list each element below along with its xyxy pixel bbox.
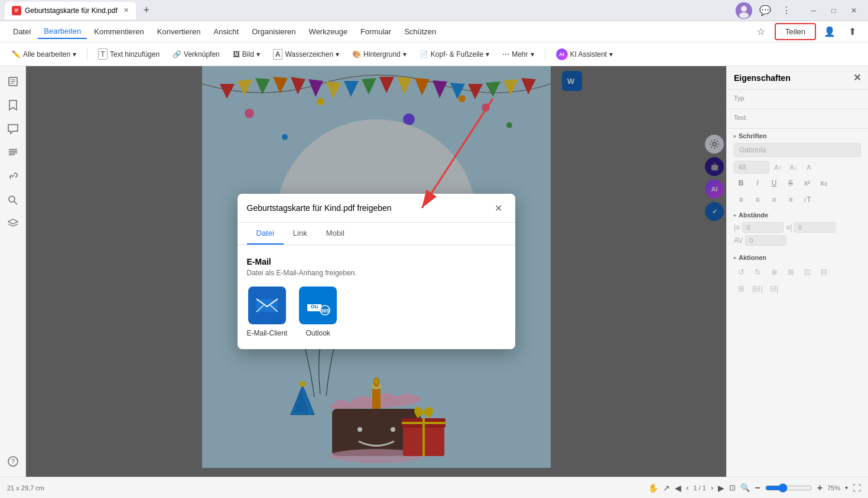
sidebar-comment-icon[interactable]: [2, 118, 24, 139]
menu-item-werkzeuge[interactable]: Werkzeuge: [303, 25, 354, 38]
menu-item-konvertieren[interactable]: Konvertieren: [151, 25, 207, 38]
sidebar-search-icon[interactable]: [2, 189, 24, 210]
modal-tab-link[interactable]: Link: [284, 223, 317, 245]
upload-icon[interactable]: ⬆: [843, 23, 861, 41]
status-bar-right: ✋ ↗ ◀ ‹ 1 / 1 › ▶ ⊡ 🔍 − + 75% ▾ ⛶: [648, 483, 861, 493]
close-button[interactable]: ✕: [844, 2, 863, 19]
zoom-out-button[interactable]: −: [755, 483, 760, 493]
spacing-input-2[interactable]: [794, 222, 836, 233]
sidebar-layers-icon[interactable]: [2, 213, 24, 234]
fit-page-icon[interactable]: ⊡: [729, 483, 736, 492]
font-size-increase-icon[interactable]: A↑: [772, 161, 785, 174]
menu-item-kommentieren[interactable]: Kommentieren: [88, 25, 150, 38]
spacing-icon-1: |≡: [734, 223, 740, 232]
font-size-input[interactable]: [734, 161, 769, 174]
page-info: 1 / 1: [694, 484, 706, 492]
minimize-button[interactable]: ─: [804, 2, 823, 19]
align-justify-button[interactable]: ≡: [784, 193, 798, 207]
spacing-input-1[interactable]: [742, 222, 784, 233]
font-size-decrease-icon[interactable]: A↓: [787, 161, 800, 174]
prev-page-button2[interactable]: ‹: [686, 483, 688, 492]
outlook-label: Outlook: [306, 329, 330, 337]
zoom-menu-icon[interactable]: 🔍: [740, 483, 750, 492]
properties-close-button[interactable]: ✕: [853, 72, 861, 83]
outlook-option[interactable]: 365Ou Outlook: [299, 287, 337, 337]
align-left-button[interactable]: ≡: [734, 193, 748, 207]
font-color-icon[interactable]: A: [802, 161, 815, 174]
action-copy-icon[interactable]: ⊕: [767, 265, 781, 279]
hand-tool-icon[interactable]: ✋: [648, 483, 658, 493]
modal-close-button[interactable]: ✕: [492, 201, 506, 215]
aktionen-label: Aktionen: [739, 254, 766, 261]
hintergrund-button[interactable]: 🎨 Hintergrund ▾: [347, 48, 411, 61]
subscript-button[interactable]: x₂: [817, 176, 831, 190]
menu-item-organisieren[interactable]: Organisieren: [246, 25, 301, 38]
text-direction-button[interactable]: ↕T: [800, 193, 814, 207]
spacing-input-3[interactable]: [745, 235, 786, 246]
star-icon[interactable]: ☆: [752, 23, 770, 41]
menu-item-bearbeiten[interactable]: Bearbeiten: [38, 24, 87, 39]
ki-assistent-button[interactable]: AI KI Assistent ▾: [551, 46, 618, 63]
wasserzeichen-button[interactable]: A Wasserzeichen ▾: [268, 47, 344, 62]
separator: [87, 48, 87, 60]
chat-icon[interactable]: 💬: [757, 2, 773, 19]
superscript-button[interactable]: x²: [800, 176, 814, 190]
pdf-content-area: W Geburtstagskarte für Kind.pdf freigebe…: [26, 66, 726, 477]
font-name-input[interactable]: [734, 143, 861, 157]
strikethrough-button[interactable]: S: [784, 176, 798, 190]
next-page-button2[interactable]: ▶: [718, 483, 724, 493]
menu-item-formular[interactable]: Formular: [355, 25, 397, 38]
kopf-fusszeile-button[interactable]: 📄 Kopf- & Fußzeile ▾: [415, 48, 494, 61]
underline-button[interactable]: U: [767, 176, 781, 190]
align-center-button[interactable]: ≡: [750, 193, 765, 207]
bild-button[interactable]: 🖼 Bild ▾: [228, 48, 265, 61]
zoom-dropdown-icon[interactable]: ▾: [845, 484, 848, 491]
text-hinzufuegen-button[interactable]: T Text hinzufügen: [93, 46, 164, 62]
person-icon[interactable]: 👤: [821, 23, 838, 41]
header-footer-icon: 📄: [420, 50, 428, 58]
alle-bearbeiten-button[interactable]: ✏️ Alle bearbeiten ▾: [7, 48, 81, 61]
action-undo-icon[interactable]: ↺: [734, 265, 748, 279]
italic-button[interactable]: I: [750, 176, 765, 190]
zoom-slider[interactable]: [765, 483, 812, 493]
prev-page-button[interactable]: ◀: [675, 483, 681, 493]
menu-item-schuetzen[interactable]: Schützen: [398, 25, 442, 38]
more-options-icon[interactable]: ⋮: [778, 2, 795, 19]
modal-tab-mobil[interactable]: Mobil: [317, 223, 354, 245]
menu-item-datei[interactable]: Datei: [7, 25, 37, 38]
svg-text:?: ?: [11, 458, 14, 465]
sidebar-help-icon[interactable]: ?: [2, 451, 24, 472]
action-grid-icon[interactable]: ⊞: [734, 281, 748, 295]
bold-button[interactable]: B: [734, 176, 748, 190]
action-delete-icon[interactable]: ⊟: [817, 265, 831, 279]
align-right-button[interactable]: ≡: [767, 193, 781, 207]
cursor-tool-icon[interactable]: ↗: [663, 483, 670, 493]
zoom-in-button[interactable]: +: [817, 483, 823, 493]
sidebar-text-icon[interactable]: [2, 142, 24, 163]
action-distribute-icon[interactable]: ⊟|: [767, 281, 781, 295]
email-client-option[interactable]: E-Mail-Client: [247, 287, 288, 337]
sidebar-bookmark-icon[interactable]: [2, 95, 24, 116]
separator2: [545, 48, 545, 60]
modal-tab-datei[interactable]: Datei: [247, 223, 284, 245]
next-page-button[interactable]: ›: [711, 483, 713, 492]
background-icon: 🎨: [352, 50, 361, 58]
share-button[interactable]: Teilen: [775, 23, 816, 40]
sidebar-pages-icon[interactable]: [2, 71, 24, 92]
email-section-title: E-Mail: [247, 257, 506, 266]
active-tab[interactable]: Geburtstagskarte für Kind.pdf ✕: [5, 2, 136, 19]
tab-close-btn[interactable]: ✕: [123, 6, 129, 14]
sidebar-link-icon[interactable]: [2, 165, 24, 187]
mehr-button[interactable]: ⋯ Mehr ▾: [498, 48, 538, 61]
schriften-triangle: ▸: [734, 134, 736, 139]
fullscreen-icon[interactable]: ⛶: [853, 483, 861, 493]
action-align-icon[interactable]: |⊟|: [750, 281, 765, 295]
maximize-button[interactable]: □: [824, 2, 843, 19]
action-redo-icon[interactable]: ↻: [750, 265, 765, 279]
action-paste-icon[interactable]: ⊞: [784, 265, 798, 279]
menu-item-ansicht[interactable]: Ansicht: [208, 25, 245, 38]
verknuepfen-button[interactable]: 🔗 Verknüpfen: [168, 48, 225, 61]
action-crop-icon[interactable]: ⊡: [800, 265, 814, 279]
new-tab-button[interactable]: +: [139, 4, 154, 18]
avatar[interactable]: [736, 2, 752, 19]
